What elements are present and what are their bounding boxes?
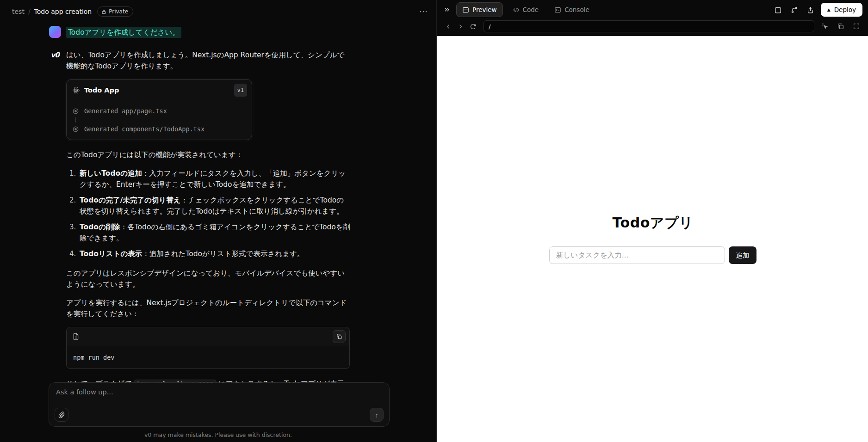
generated-file-row[interactable]: Generated components/TodoApp.tsx — [72, 123, 245, 135]
clipboard-code-icon — [774, 6, 782, 14]
url-input[interactable] — [484, 20, 814, 32]
chat-thread: Todoアプリを作成してください。 v0 はい、Todoアプリを作成しましょう。… — [49, 26, 363, 427]
breadcrumb-chat-title[interactable]: Todo app creation — [34, 8, 92, 15]
attach-button[interactable] — [55, 408, 68, 422]
disclaimer-text: v0 may make mistakes. Please use with di… — [0, 431, 436, 438]
task-status-icon — [72, 126, 79, 133]
back-button[interactable] — [443, 22, 453, 31]
tab-console[interactable]: Console — [548, 2, 595, 17]
features-list: 1. 新しいTodoの追加：入力フィールドにタスクを入力し、「追加」ボタンをクリ… — [66, 168, 351, 259]
git-branch-icon — [790, 6, 798, 14]
code-icon — [513, 6, 520, 13]
version-badge: v1 — [234, 84, 247, 97]
inspect-element-button[interactable] — [820, 21, 830, 31]
v0-logo-icon: v0 — [50, 49, 59, 427]
preview-panel: Preview Code Console — [436, 0, 868, 442]
preview-topbar: Preview Code Console — [437, 0, 868, 19]
list-item: 3. Todoの削除：各Todoの右側にあるゴミ箱アイコンをクリックすることでT… — [66, 221, 351, 244]
chat-panel: test / Todo app creation Private ⋯ — [0, 0, 436, 442]
add-task-button[interactable]: 追加 — [729, 246, 756, 264]
code-text: npm run dev — [73, 354, 114, 361]
assistant-message: v0 はい、Todoアプリを作成しましょう。Next.jsのApp Router… — [49, 49, 363, 427]
react-icon — [72, 86, 80, 94]
preview-urlbar — [437, 19, 868, 36]
chat-header: test / Todo app creation Private ⋯ — [0, 0, 436, 23]
preview-iframe: Todoアプリ 追加 — [437, 36, 868, 442]
terminal-icon — [554, 6, 561, 13]
generated-file-row[interactable]: Generated app/page.tsx — [72, 105, 245, 117]
code-block: npm run dev — [66, 327, 350, 369]
code-project-card[interactable]: Todo App v1 Generated app/page.tsx — [66, 79, 252, 140]
expand-panel-button[interactable] — [443, 6, 451, 13]
v0-workspace: test / Todo app creation Private ⋯ — [0, 0, 868, 442]
assistant-intro: はい、Todoアプリを作成しましょう。Next.jsのApp Routerを使用… — [66, 49, 351, 72]
arrow-up-icon: ↑ — [375, 411, 378, 419]
private-badge-label: Private — [109, 8, 128, 15]
browser-window-icon — [462, 6, 469, 13]
tab-code[interactable]: Code — [507, 2, 545, 17]
user-message: Todoアプリを作成してください。 — [49, 26, 363, 38]
share-icon — [806, 6, 814, 14]
refresh-button[interactable] — [468, 22, 478, 31]
file-icon — [72, 333, 80, 340]
generated-file-label: Generated app/page.tsx — [84, 105, 167, 117]
deploy-button[interactable]: ▲ Deploy — [821, 3, 862, 17]
share-button[interactable] — [805, 4, 816, 16]
paperclip-icon — [58, 411, 65, 418]
followup-input[interactable] — [56, 388, 382, 404]
chevrons-right-icon — [443, 6, 451, 13]
forward-button[interactable] — [456, 22, 465, 31]
list-item: 2. Todoの完了/未完了の切り替え：チェックボックスをクリックすることでTo… — [66, 195, 351, 217]
chat-more-button[interactable]: ⋯ — [419, 7, 428, 16]
breadcrumb-project[interactable]: test — [12, 8, 25, 15]
lock-icon — [101, 9, 106, 14]
fork-version-button[interactable] — [788, 4, 800, 16]
followup-composer: ↑ — [49, 382, 390, 427]
generated-file-label: Generated components/TodoApp.tsx — [84, 123, 205, 135]
breadcrumb-separator: / — [28, 8, 31, 15]
tab-preview[interactable]: Preview — [456, 2, 503, 17]
copy-code-button[interactable] — [333, 330, 346, 343]
add-to-codebase-button[interactable] — [772, 4, 784, 16]
fullscreen-button[interactable] — [851, 21, 862, 31]
new-task-input[interactable] — [549, 246, 725, 264]
todo-app: Todoアプリ 追加 — [437, 36, 868, 264]
task-status-icon — [72, 108, 79, 115]
responsive-note: このアプリはレスポンシブデザインになっており、モバイルデバイスでも使いやすいよう… — [66, 268, 351, 290]
run-instruction: アプリを実行するには、Next.jsプロジェクトのルートディレクトリで以下のコマ… — [66, 297, 351, 319]
task-connector-line — [75, 117, 76, 123]
send-button[interactable]: ↑ — [370, 408, 384, 422]
todo-app-title: Todoアプリ — [613, 214, 694, 233]
private-badge[interactable]: Private — [97, 6, 133, 17]
open-in-new-window-button[interactable] — [836, 21, 846, 31]
vercel-triangle-icon: ▲ — [827, 7, 831, 12]
features-intro: このTodoアプリには以下の機能が実装されています： — [66, 149, 351, 160]
code-project-title: Todo App — [84, 85, 119, 96]
user-avatar — [49, 26, 61, 38]
list-item: 4. Todoリストの表示：追加されたTodoがリスト形式で表示されます。 — [66, 248, 351, 259]
user-message-text: Todoアプリを作成してください。 — [66, 27, 181, 38]
list-item: 1. 新しいTodoの追加：入力フィールドにタスクを入力し、「追加」ボタンをクリ… — [66, 168, 351, 190]
